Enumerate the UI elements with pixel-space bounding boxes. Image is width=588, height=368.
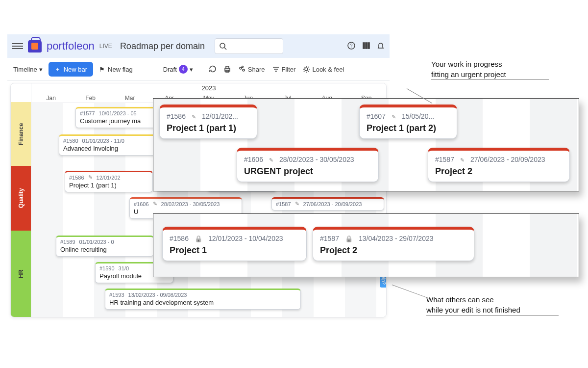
svg-rect-4 <box>363 43 365 49</box>
bar-dates: 28/02/2023 - 30/05/2023 <box>279 156 354 163</box>
bar-id: #1586 <box>167 112 186 120</box>
overlay-bar[interactable]: #158612/01/2023 - 10/04/2023 Project 1 <box>162 227 307 261</box>
bar-id: #1606 <box>134 201 149 207</box>
toolbar: Timeline ▾ ＋ New bar ⚑ New flag Draft 4 … <box>7 58 390 81</box>
annotation-text: Your work in progress fitting an urgent … <box>431 60 506 79</box>
gantt-bar[interactable]: #158612/01/202 Project 1 (part 1) <box>65 171 153 192</box>
look-feel-button[interactable]: Look & feel <box>302 65 344 73</box>
plus-icon: ＋ <box>54 65 61 74</box>
annotation-text: What others can see while your edit is n… <box>426 295 520 314</box>
bar-id: #1586 <box>69 175 84 181</box>
bell-icon[interactable] <box>377 42 385 51</box>
overlay-bar[interactable]: #160715/05/20... Project 1 (part 2) <box>359 105 457 139</box>
bar-dates: 27/06/2023 - 20/09/2023 <box>303 201 362 207</box>
svg-point-10 <box>240 67 242 69</box>
svg-point-12 <box>242 66 243 68</box>
bar-title: Project 2 <box>435 166 563 177</box>
bar-id: #1606 <box>244 156 263 163</box>
bar-title: Project 1 (part 1) <box>167 123 250 133</box>
bar-id: #1577 <box>80 110 95 116</box>
overlay-bar[interactable]: #158713/04/2023 - 29/07/2023 Project 2 <box>313 227 474 261</box>
bar-title: HR training and development system <box>109 299 296 306</box>
bar-dates: 13/04/2023 - 29/07/2023 <box>359 235 434 242</box>
help-icon[interactable]: ? <box>347 42 355 51</box>
bar-title: Project 2 <box>320 245 467 256</box>
bar-dates: 12/01/202 <box>97 175 121 181</box>
search-input[interactable] <box>215 38 283 54</box>
svg-point-0 <box>220 43 225 48</box>
share-button[interactable]: Share <box>238 65 265 73</box>
bar-title: Project 1 (part 2) <box>367 123 450 133</box>
chevron-down-icon: ▾ <box>190 66 193 73</box>
bar-title: Project 1 (part 1) <box>69 182 148 189</box>
app-logo <box>28 40 42 53</box>
bar-id: #1587 <box>320 235 339 242</box>
bar-title: URGENT project <box>244 166 371 177</box>
svg-rect-8 <box>226 66 229 68</box>
bar-dates: 13/02/2023 - 09/08/2023 <box>128 292 187 298</box>
search-icon <box>219 42 227 50</box>
pencil-icon <box>295 201 299 207</box>
menu-icon[interactable] <box>12 43 23 49</box>
new-bar-label: New bar <box>64 66 87 73</box>
svg-rect-5 <box>366 43 367 49</box>
bar-dates: 28/02/2023 - 30/05/2023 <box>161 201 220 207</box>
month-label: Jan <box>31 95 71 102</box>
chevron-down-icon: ▾ <box>39 66 43 73</box>
new-bar-button[interactable]: ＋ New bar <box>49 62 93 77</box>
lane-hr[interactable]: HR <box>11 231 31 317</box>
gantt-bar[interactable]: #158727/06/2023 - 20/09/2023 <box>271 197 384 210</box>
bar-title: Online recruiting <box>60 246 149 253</box>
svg-rect-6 <box>368 43 369 49</box>
filter-button[interactable]: Filter <box>272 65 296 73</box>
month-label: Mar <box>110 95 149 102</box>
lane-finance[interactable]: Finance <box>11 102 31 166</box>
bar-id: #1586 <box>170 235 189 242</box>
draft-label: Draft <box>163 66 177 73</box>
view-label: Timeline <box>13 66 37 73</box>
pencil-icon <box>88 174 93 181</box>
pencil-icon <box>460 156 465 163</box>
refresh-button[interactable] <box>209 65 217 73</box>
bar-dates: 01/01/2023 - 11/0 <box>82 138 124 144</box>
bar-dates: 15/05/20... <box>402 112 434 120</box>
bar-dates: 01/01/2023 - 0 <box>79 239 114 245</box>
flag-icon: ⚑ <box>99 66 105 73</box>
overlay-others-view: #158612/01/2023 - 10/04/2023 Project 1 #… <box>153 213 579 277</box>
gantt-bar[interactable]: #158901/01/2023 - 0 Online recruiting <box>56 236 154 257</box>
lock-icon <box>195 235 202 242</box>
svg-point-11 <box>243 69 245 71</box>
overlay-bar[interactable]: #160628/02/2023 - 30/05/2023 URGENT proj… <box>237 148 379 182</box>
bar-dates: 12/01/2023 - 10/04/2023 <box>208 235 283 242</box>
overlay-bar[interactable]: #158612/01/202... Project 1 (part 1) <box>159 105 257 139</box>
bar-dates: 31/0 <box>119 265 129 271</box>
overlay-work-in-progress: #158612/01/202... Project 1 (part 1) #16… <box>153 98 579 191</box>
overlay-bar[interactable]: #158727/06/2023 - 20/09/2023 Project 2 <box>428 148 570 182</box>
bar-id: #1593 <box>109 292 124 298</box>
draft-menu[interactable]: Draft 4 ▾ <box>163 65 193 74</box>
svg-text:?: ? <box>350 43 353 49</box>
gantt-bar[interactable]: #159313/02/2023 - 09/08/2023 HR training… <box>105 289 301 310</box>
bar-id: #1580 <box>63 138 78 144</box>
view-selector[interactable]: Timeline ▾ <box>13 66 43 73</box>
new-flag-button[interactable]: ⚑ New flag <box>99 66 133 73</box>
month-label: Feb <box>71 95 110 102</box>
print-button[interactable] <box>223 65 231 73</box>
document-title[interactable]: Roadmap per domain <box>120 41 205 52</box>
draft-count-badge: 4 <box>179 65 188 74</box>
env-badge: LIVE <box>99 43 112 50</box>
library-icon[interactable] <box>362 42 370 51</box>
gantt-bar[interactable]: #158001/01/2023 - 11/0 Advanced invoicin… <box>59 134 167 156</box>
bar-id: #1587 <box>435 156 454 163</box>
bar-id: #1587 <box>276 201 291 207</box>
annotation-wip: Your work in progress fitting an urgent … <box>431 59 549 80</box>
lane-quality[interactable]: Quality <box>11 166 31 231</box>
bar-dates: 27/06/2023 - 20/09/2023 <box>470 156 545 163</box>
svg-line-1 <box>224 48 226 50</box>
look-feel-label: Look & feel <box>312 66 344 73</box>
bar-dates: 12/01/202... <box>202 112 238 120</box>
annotation-line <box>392 285 429 298</box>
svg-point-16 <box>305 68 308 71</box>
filter-label: Filter <box>282 66 296 73</box>
year-label: 2023 <box>202 84 216 92</box>
